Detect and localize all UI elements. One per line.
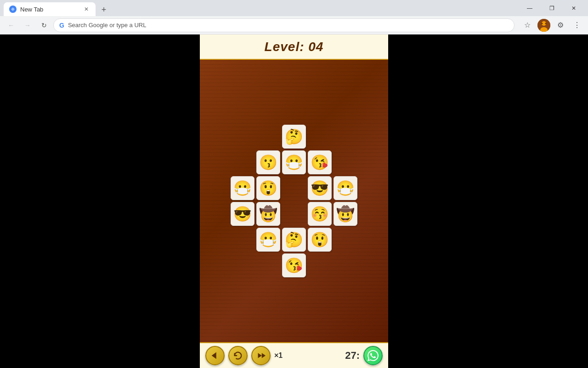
grid-cell[interactable]: 😎 [308, 176, 332, 200]
tab-favicon [9, 6, 17, 13]
grid-cell[interactable]: 😲 [256, 176, 280, 200]
grid-cell[interactable]: 😘 [308, 150, 332, 174]
cell-empty [256, 125, 280, 149]
grid-container: 🤔 😗 😷 😘 😷 😲 😎 � [231, 125, 357, 277]
grid-row-1: 🤔 [231, 125, 357, 149]
grid-cell[interactable]: 😷 [334, 176, 357, 200]
grid-cell[interactable]: 😚 [308, 202, 332, 226]
grid-row-5: 😷 🤔 😲 [231, 228, 357, 252]
game-board: 🤔 😗 😷 😘 😷 😲 😎 � [200, 60, 388, 342]
title-bar: New Tab ✕ + — ❐ ✕ [0, 0, 588, 16]
grid-cell[interactable]: 🤠 [334, 202, 357, 226]
left-black [0, 34, 200, 368]
back-move-button[interactable] [205, 346, 225, 365]
game-container: Level: 04 🤔 [200, 34, 388, 368]
grid-row-3: 😷 😲 😎 😷 [231, 176, 357, 200]
chrome-browser: New Tab ✕ + — ❐ ✕ ← → ↻ G Search Google … [0, 0, 588, 368]
tab-close-button[interactable]: ✕ [83, 6, 90, 13]
grid-cell[interactable]: 🤠 [256, 202, 280, 226]
grid-cell[interactable]: 😗 [256, 150, 280, 174]
restart-button[interactable] [228, 346, 248, 365]
address-text: Search Google or type a URL [68, 22, 147, 29]
svg-point-4 [542, 23, 543, 24]
svg-marker-6 [212, 352, 216, 359]
grid-cell[interactable]: 🤔 [282, 228, 306, 252]
cell-empty [282, 202, 306, 226]
back-button[interactable]: ← [4, 18, 18, 33]
maximize-button[interactable]: ❐ [541, 0, 562, 16]
grid-cell[interactable]: 🤔 [282, 125, 306, 149]
grid-cell[interactable]: 😲 [308, 228, 332, 252]
content-area: Level: 04 🤔 [0, 34, 588, 368]
multiplier-label: ×1 [274, 351, 283, 360]
minimize-button[interactable]: — [519, 0, 540, 16]
forward-button[interactable]: → [20, 18, 35, 33]
browser-toolbar: ← → ↻ G Search Google or type a URL ☆ [0, 16, 588, 34]
right-black [388, 34, 588, 368]
whatsapp-share-button[interactable] [363, 346, 383, 365]
grid-cell[interactable]: 😎 [231, 202, 254, 226]
grid-row-2: 😗 😷 😘 [231, 150, 357, 174]
menu-button[interactable]: ⋮ [570, 18, 584, 33]
profile-avatar [537, 19, 550, 32]
reload-button[interactable]: ↻ [37, 18, 51, 33]
grid-cell[interactable]: 😘 [282, 253, 306, 277]
cell-empty [256, 253, 280, 277]
profile-button[interactable] [537, 18, 551, 33]
active-tab[interactable]: New Tab ✕ [4, 2, 96, 16]
cell-empty [308, 125, 332, 149]
cell-empty [308, 253, 332, 277]
grid-cell[interactable]: 😷 [256, 228, 280, 252]
level-title: Level: 04 [265, 40, 324, 54]
tab-title: New Tab [20, 6, 43, 13]
toolbar-icons: ☆ ⚙ ⋮ [520, 18, 584, 33]
bookmark-button[interactable]: ☆ [520, 18, 535, 33]
extensions-button[interactable]: ⚙ [553, 18, 568, 33]
game-footer: ×1 27: [200, 342, 388, 368]
svg-point-5 [545, 23, 547, 24]
grid-row-4: 😎 🤠 😚 🤠 [231, 202, 357, 226]
skip-button[interactable] [251, 346, 271, 365]
grid-cell[interactable]: 😷 [282, 150, 306, 174]
grid-row-6: 😘 [231, 253, 357, 277]
google-logo: G [59, 22, 64, 29]
new-tab-button[interactable]: + [97, 3, 110, 16]
window-controls: — ❐ ✕ [519, 0, 584, 16]
grid-cell[interactable]: 😷 [231, 176, 254, 200]
address-bar[interactable]: G Search Google or type a URL [53, 18, 514, 32]
tab-strip: New Tab ✕ + [4, 0, 110, 16]
close-button[interactable]: ✕ [563, 0, 584, 16]
level-header: Level: 04 [200, 34, 388, 60]
score-display: 27: [345, 350, 360, 362]
cell-empty [282, 176, 306, 200]
